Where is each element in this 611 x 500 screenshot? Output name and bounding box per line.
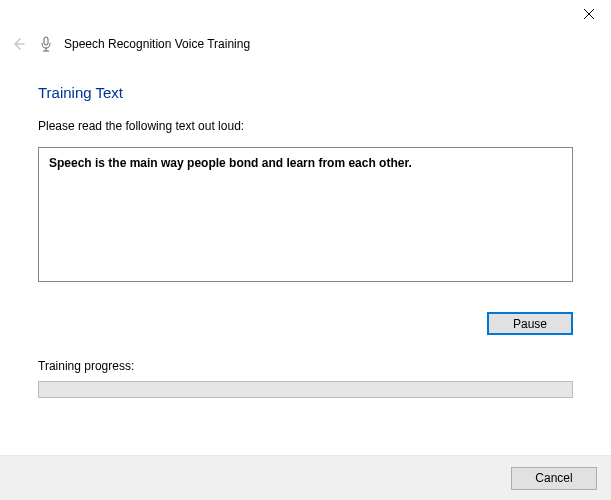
wizard-window: Speech Recognition Voice Training Traini… [0,0,611,500]
progress-bar [38,381,573,398]
cancel-button[interactable]: Cancel [511,467,597,490]
section-title: Training Text [38,84,573,101]
training-text-box: Speech is the main way people bond and l… [38,147,573,282]
svg-rect-2 [44,37,48,45]
pause-row: Pause [38,312,573,335]
titlebar [0,0,611,30]
wizard-title: Speech Recognition Voice Training [64,37,250,51]
content-area: Training Text Please read the following … [0,54,611,455]
microphone-icon [38,36,54,52]
instruction-text: Please read the following text out loud: [38,119,573,133]
progress-label: Training progress: [38,359,573,373]
back-button [8,34,28,54]
close-icon [584,9,594,19]
close-button[interactable] [566,0,611,28]
header-row: Speech Recognition Voice Training [0,30,611,54]
training-sentence: Speech is the main way people bond and l… [49,156,412,170]
arrow-left-icon [10,36,26,52]
pause-button[interactable]: Pause [487,312,573,335]
footer: Cancel [0,455,611,500]
